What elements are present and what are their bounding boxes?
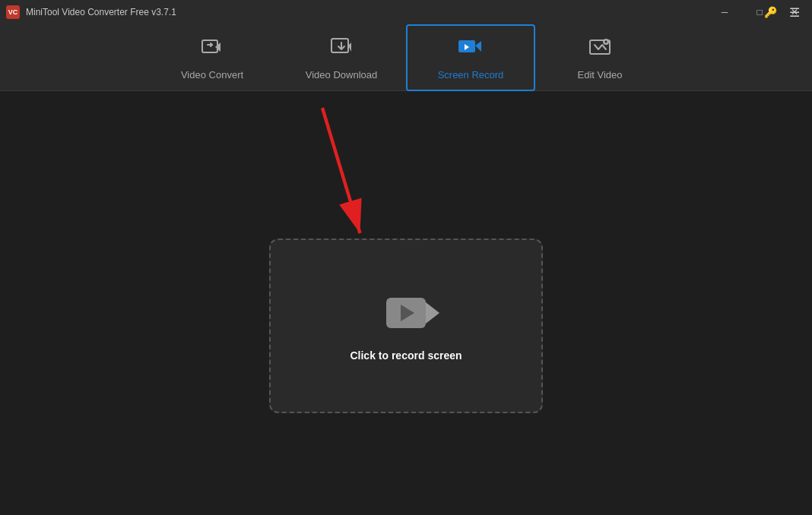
tab-video-download[interactable]: Video Download: [277, 24, 406, 91]
window-controls: ─ □ ✕: [707, 0, 812, 24]
nav-bar: Video Convert Video Download Screen Reco…: [0, 24, 812, 91]
record-screen-label: Click to record screen: [350, 349, 462, 362]
svg-rect-1: [331, 39, 348, 52]
tab-video-download-label: Video Download: [306, 69, 377, 81]
maximize-button[interactable]: □: [742, 0, 777, 24]
screen-record-icon: [457, 35, 484, 65]
close-button[interactable]: ✕: [777, 0, 812, 24]
tab-screen-record[interactable]: Screen Record: [406, 24, 535, 91]
tab-edit-video[interactable]: Edit Video: [535, 24, 665, 91]
tab-edit-video-label: Edit Video: [577, 69, 622, 81]
svg-line-6: [322, 108, 360, 233]
video-convert-icon: [200, 35, 224, 65]
edit-video-icon: [588, 35, 612, 65]
app-title: MiniTool Video Converter Free v3.7.1: [26, 7, 764, 17]
main-content: Click to record screen: [0, 91, 812, 515]
tab-video-convert[interactable]: Video Convert: [147, 24, 277, 91]
camera-body: [386, 298, 426, 328]
play-triangle: [401, 305, 414, 321]
video-download-icon: [329, 35, 354, 65]
minimize-button[interactable]: ─: [707, 0, 742, 24]
record-camera-icon: [376, 290, 436, 336]
record-screen-button[interactable]: Click to record screen: [269, 239, 543, 413]
tab-screen-record-label: Screen Record: [438, 69, 504, 81]
tab-video-convert-label: Video Convert: [181, 69, 243, 81]
arrow-indicator: [239, 91, 406, 258]
camera-lens: [426, 302, 439, 324]
app-logo: VC: [6, 5, 20, 19]
title-bar: VC MiniTool Video Converter Free v3.7.1 …: [0, 0, 812, 24]
logo-text: VC: [8, 8, 18, 16]
